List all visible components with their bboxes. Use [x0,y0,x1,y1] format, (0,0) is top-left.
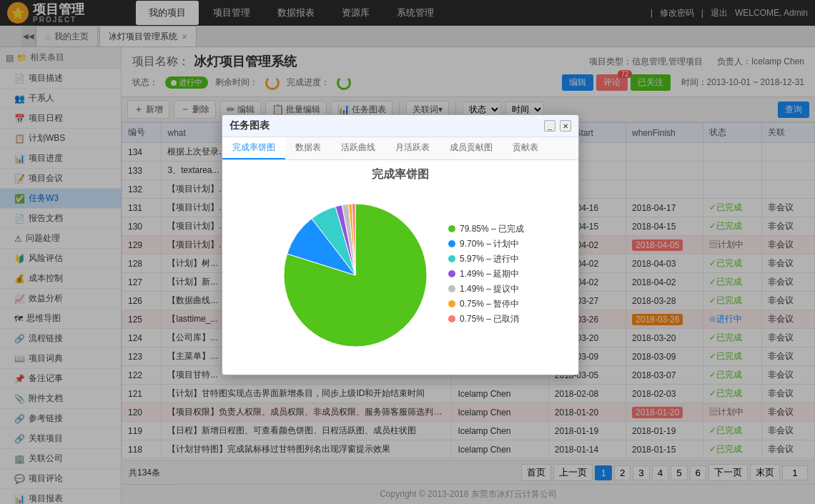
modify-password-link[interactable]: 修改密码 [660,7,694,19]
cell-meeting: 非会议 [761,440,814,459]
btn-delete[interactable]: － 删除 [174,100,216,119]
modal-tab-contrib-table[interactable]: 贡献表 [503,137,548,159]
task-chart-modal: 任务图表 _ ✕ 完成率饼图 数据表 活跃曲线 月活跃表 成员贡献图 贡献表 完… [222,114,579,375]
cell-no: 134 [122,143,162,162]
page-1-btn[interactable]: 1 [595,465,611,480]
last-page-btn[interactable]: 末页 [750,464,780,481]
cell-finish [626,143,703,162]
sidebar-icon-notes: 📌 [14,374,25,384]
sidebar-expand-icon: ▤ [6,53,14,63]
cell-state: ✓已完成 [703,440,761,459]
first-page-btn[interactable]: 首页 [521,464,551,481]
prev-page-btn[interactable]: 上一页 [553,464,593,481]
sidebar-icon-description: 📄 [14,74,25,84]
sidebar-item-related-company[interactable]: 🏢 关联公司 [0,449,121,469]
page-3-btn[interactable]: 3 [633,465,649,480]
modal-tab-monthly[interactable]: 月活跃表 [385,137,440,159]
nav-item-resources[interactable]: 资源库 [329,1,382,25]
legend-label-2: 5.97% – 进行中 [460,253,519,265]
time-remaining-circle [265,76,280,90]
cell-state: ✓已完成 [703,217,761,236]
cell-state: ✓已完成 [703,366,761,385]
cell-meeting: 非会议 [761,310,814,329]
modal-tab-curve[interactable]: 活跃曲线 [331,137,385,159]
sidebar-item-comments[interactable]: 💬 项目评论 [0,469,121,489]
cell-no: 128 [122,255,162,273]
cell-no: 118 [122,440,162,459]
search-button[interactable]: 查询 [778,102,809,118]
tab-left-arrow[interactable]: ◀◀ [21,26,36,46]
sidebar-item-benefits[interactable]: 📈 效益分析 [0,289,121,309]
page-4-btn[interactable]: 4 [652,465,668,480]
comment-button[interactable]: 评论 72 [596,74,628,91]
modal-minimize-btn[interactable]: _ [544,120,555,132]
cell-start: 2018-01-19 [548,422,626,440]
cell-finish: 2018-03-20 [626,329,703,347]
nav-item-project-mgmt[interactable]: 项目管理 [200,1,263,25]
cell-finish: 2018-02-03 [626,385,703,403]
sidebar-item-mindmap[interactable]: 🗺 思维导图 [0,309,121,329]
modal-tab-contribution[interactable]: 成员贡献图 [440,137,503,159]
cell-state: ✓已完成 [703,255,761,273]
table-row[interactable]: 118 【计划甘特图】完成鼠标移过甘特图列名出现浮窗提示效果 Icelamp C… [122,440,815,459]
toolbar-right: 查询 [778,102,809,118]
copyright: Copyright © 2013-2018 东莞市冰灯云计算公司 [122,484,815,504]
focus-button[interactable]: 已关注 [631,74,671,91]
page-6-btn[interactable]: 6 [690,465,706,480]
nav-menu: 我的项目 项目管理 数据报表 资源库 系统管理 [136,1,651,25]
legend-item-1: 9.70% – 计划中 [448,238,524,250]
page-5-btn[interactable]: 5 [671,465,687,480]
sidebar-item-report-doc[interactable]: 📄 报告文档 [0,209,121,229]
cell-who: Icelamp Chen [452,385,548,403]
sidebar-item-reports[interactable]: 📊 项目报表 [0,489,121,504]
edit-button[interactable]: 编辑 [562,74,593,91]
sidebar-item-meeting[interactable]: 📝 项目会议 [0,169,121,189]
sidebar-item-dictionary[interactable]: 📖 项目词典 [0,349,121,369]
col-header-state: 状态 [703,123,761,143]
nav-item-my-projects[interactable]: 我的项目 [136,1,199,25]
tab-project[interactable]: 冰灯项目管理系统 ✕ [99,26,197,46]
modal-tab-data[interactable]: 数据表 [285,137,331,159]
project-time-range: 时间：2013-10-01 ~ 2018-12-31 [681,76,804,89]
sidebar-item-related-projects[interactable]: 🔗 关联项目 [0,429,121,449]
legend-item-2: 5.97% – 进行中 [448,253,524,265]
sidebar-item-attachments[interactable]: 📎 附件文档 [0,389,121,409]
logout-link[interactable]: 退出 [711,7,728,19]
tab-project-close[interactable]: ✕ [182,33,187,41]
app-title: 项目管理 [33,3,84,16]
table-row[interactable]: 119 【日程】新增日程图、可查看颜色饼图、日程活跃图、成员柱状图 Icelam… [122,422,815,440]
edit-icon: ✏ [227,104,235,115]
modal-tab-pie[interactable]: 完成率饼图 [222,137,285,159]
table-row[interactable]: 120 【项目权限】负责人权限、成员权限、非成员权限、服务筛客服筛选判断方式 I… [122,403,815,422]
tab-home-label: 我的主页 [54,31,89,43]
project-type: 项目类型：信息管理,管理项目 [589,56,703,68]
sidebar-item-risk[interactable]: 🔰 风险评估 [0,249,121,269]
sidebar-item-notes[interactable]: 📌 备注记事 [0,369,121,389]
sidebar-item-description[interactable]: 📄 项目描述 [0,69,121,89]
btn-new[interactable]: ＋ 新增 [127,100,169,119]
sidebar-item-wbs[interactable]: 📋 计划WBS [0,129,121,149]
nav-item-data-report[interactable]: 数据报表 [265,1,327,25]
sidebar-item-flow[interactable]: 🔗 流程链接 [0,329,121,349]
legend-label-6: 0.75% – 已取消 [460,313,519,325]
tab-home[interactable]: ⌂ 我的主页 [36,26,98,46]
col-header-no: 编号 [122,123,162,143]
table-row[interactable]: 121 【计划】甘特图实现点击界面新增条目，同步上级ID和开始结束时间 Icel… [122,385,815,403]
sidebar-item-progress[interactable]: 📊 项目进度 [0,149,121,169]
modal-close-btn[interactable]: ✕ [560,120,571,132]
sidebar-item-stakeholders[interactable]: 👥 干系人 [0,89,121,109]
page-jump-input[interactable] [782,465,808,480]
next-page-btn[interactable]: 下一页 [708,464,748,481]
time-remaining-label: 剩余时间： [215,76,258,89]
sidebar-item-issues[interactable]: ⚠ 问题处理 [0,229,121,249]
project-name: 冰灯项目管理系统 [194,53,297,70]
nav-item-system[interactable]: 系统管理 [384,1,447,25]
legend-dot-1 [448,240,455,247]
sidebar-item-ref-links[interactable]: 🔗 参考链接 [0,409,121,429]
sidebar-item-task-w3[interactable]: ✅ 任务W3 [0,189,121,209]
sidebar-item-schedule[interactable]: 📅 项目日程 [0,109,121,129]
home-icon: ⌂ [45,31,50,41]
page-2-btn[interactable]: 2 [614,465,631,480]
sidebar-item-cost[interactable]: 💰 成本控制 [0,269,121,289]
sidebar-icon-stakeholders: 👥 [14,94,25,104]
